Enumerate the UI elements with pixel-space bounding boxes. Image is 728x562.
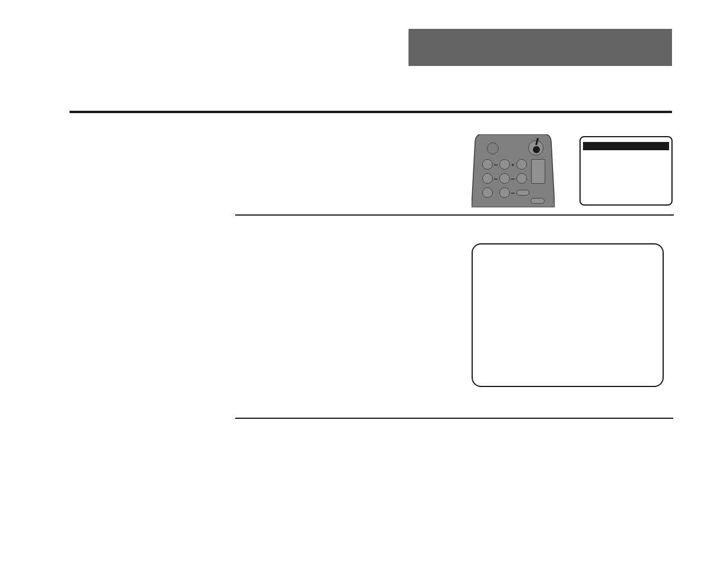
mini-screen	[531, 159, 545, 184]
knob-r3-3	[516, 173, 527, 184]
divider-mid-1	[235, 214, 674, 216]
pill-button-2	[531, 198, 545, 204]
knob-r2-3	[516, 159, 527, 170]
large-display-panel	[472, 243, 664, 387]
knob-r4-1	[482, 187, 493, 198]
dash-4	[511, 193, 515, 194]
knob-r3-1	[482, 173, 493, 184]
divider-top	[70, 111, 672, 113]
header-bar	[409, 29, 672, 66]
divider-mid-2	[235, 418, 673, 419]
device-illustration	[472, 134, 555, 207]
button-large-1	[487, 143, 499, 154]
knob-r3-2	[499, 173, 510, 184]
small-display-header-bar	[583, 142, 669, 150]
pill-button-1	[516, 190, 529, 196]
dash-1	[494, 164, 498, 166]
dash-2	[494, 178, 498, 180]
dash-3	[511, 178, 515, 180]
knob-r4-2	[499, 187, 510, 198]
small-display-panel	[579, 136, 673, 206]
dot-1	[512, 164, 514, 166]
dial-knob	[533, 146, 540, 153]
knob-r2-1	[482, 159, 493, 170]
knob-r2-2	[499, 159, 510, 170]
